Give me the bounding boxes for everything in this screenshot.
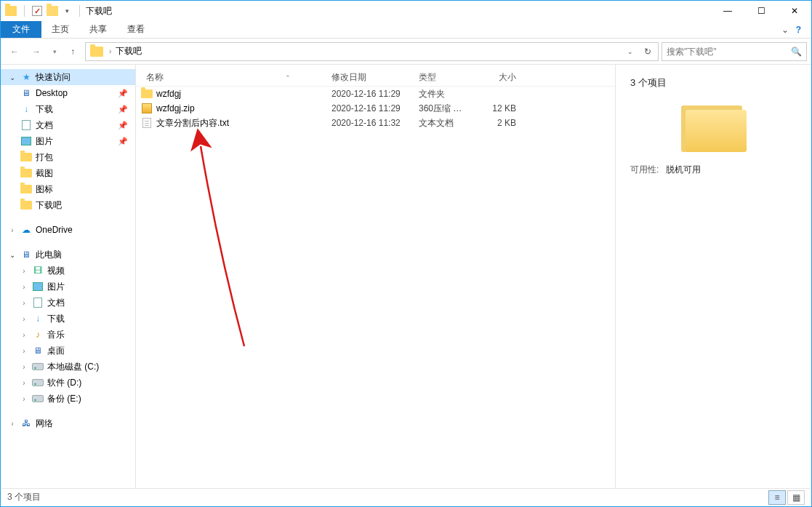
help-button[interactable]: ? [796,21,811,38]
expand-icon[interactable]: › [20,299,28,307]
expand-icon[interactable]: ⌄ [8,73,17,81]
ribbon-expand-button[interactable]: ⌄ [774,21,796,38]
tab-share[interactable]: 共享 [79,21,117,38]
folder-icon [20,183,33,195]
address-dropdown-button[interactable]: ⌄ [622,43,639,60]
expand-icon[interactable]: › [20,267,28,275]
minimize-button[interactable]: — [711,1,744,21]
expand-icon[interactable]: › [20,315,28,323]
drive-icon [31,361,44,372]
nav-pc-item[interactable]: ›文档 [1,295,135,311]
up-button[interactable]: ↑ [63,42,82,61]
column-name[interactable]: 名称⌃ [140,71,326,84]
breadcrumb[interactable]: 下载吧 [114,45,143,57]
picture-icon [20,135,33,147]
nav-label: 音乐 [47,329,65,341]
nav-pc-item[interactable]: ›本地磁盘 (C:) [1,359,135,375]
availability-label: 可用性: [630,164,659,175]
status-text: 3 个项目 [7,491,41,503]
picture-icon [31,281,44,292]
search-input[interactable] [667,47,791,57]
nav-quick-access[interactable]: ⌄ ★ 快速访问 [1,69,135,85]
nav-this-pc[interactable]: ⌄ 🖥 此电脑 [1,247,135,263]
nav-quick-item[interactable]: ↓下载📌 [1,101,135,117]
nav-pc-item[interactable]: ›备份 (E:) [1,391,135,407]
nav-pc-item[interactable]: ›图片 [1,279,135,295]
help-icon: ? [796,25,801,35]
nav-label: 文档 [47,297,65,309]
breadcrumb-separator-icon[interactable]: › [106,47,114,55]
file-row[interactable]: 文章分割后内容.txt 2020-12-16 11:32 文本文档 2 KB [136,116,615,130]
column-size[interactable]: 大小 [471,71,522,84]
nav-pc-item[interactable]: ›软件 (D:) [1,375,135,391]
expand-icon[interactable]: ⌄ [8,251,17,259]
nav-network[interactable]: › 🖧 网络 [1,415,135,431]
nav-quick-item[interactable]: 🖥Desktop📌 [1,85,135,101]
nav-pc-item[interactable]: ›🖥桌面 [1,343,135,359]
arrow-right-icon: → [32,47,41,57]
nav-label: 视频 [47,265,65,277]
nav-quick-item[interactable]: 打包 [1,149,135,165]
zip-icon [140,103,153,113]
nav-quick-item[interactable]: 图标 [1,181,135,197]
details-view-icon: ≡ [774,492,779,503]
back-button[interactable]: ← [5,42,24,61]
expand-icon[interactable]: › [8,226,17,234]
close-button[interactable]: ✕ [778,1,811,21]
download-icon: ↓ [31,313,44,324]
file-row[interactable]: wzfdgj 2020-12-16 11:29 文件夹 [136,87,615,101]
expand-icon[interactable]: › [20,379,28,387]
nav-quick-item[interactable]: 下载吧 [1,197,135,213]
new-folder-qat-icon[interactable] [47,6,58,16]
nav-label: 备份 (E:) [47,393,81,405]
expand-icon[interactable]: › [8,420,17,428]
column-type[interactable]: 类型 [413,71,471,84]
arrow-left-icon: ← [10,47,19,57]
expand-icon[interactable]: › [20,347,28,355]
folder-icon [20,199,33,211]
network-icon: 🖧 [20,418,33,429]
drive-icon [31,393,44,404]
expand-icon[interactable]: › [20,331,28,339]
nav-quick-item[interactable]: 文档📌 [1,117,135,133]
address-row: ← → ▾ ↑ › 下载吧 ⌄ ↻ 🔍 [1,39,811,65]
file-tab[interactable]: 文件 [1,21,41,38]
address-bar[interactable]: › 下载吧 ⌄ ↻ [85,42,659,61]
navigation-pane: ⌄ ★ 快速访问 🖥Desktop📌 ↓下载📌 文档📌 图片📌 打包 截图 图标… [1,65,136,489]
nav-label: 下载 [47,313,65,325]
nav-pc-item[interactable]: ›↓下载 [1,311,135,327]
expand-icon[interactable]: › [20,283,28,291]
arrow-up-icon: ↑ [71,47,75,57]
file-row[interactable]: wzfdgj.zip 2020-12-16 11:29 360压缩 Z... 1… [136,101,615,116]
file-list[interactable]: 名称⌃ 修改日期 类型 大小 wzfdgj 2020-12-16 11:29 文… [136,65,615,489]
search-icon[interactable]: 🔍 [791,47,802,57]
recent-locations-button[interactable]: ▾ [49,42,60,61]
icons-view-button[interactable]: ▦ [787,490,805,505]
pc-icon: 🖥 [20,249,33,260]
refresh-button[interactable]: ↻ [639,43,656,60]
folder-icon[interactable] [5,6,17,16]
nav-quick-item[interactable]: 图片📌 [1,133,135,149]
tab-home[interactable]: 主页 [41,21,79,38]
qat-customize-chevron-icon[interactable]: ▾ [63,7,72,15]
nav-quick-item[interactable]: 截图 [1,165,135,181]
forward-button[interactable]: → [27,42,46,61]
tab-view[interactable]: 查看 [117,21,155,38]
pin-icon: 📌 [118,105,128,114]
details-view-button[interactable]: ≡ [768,490,786,505]
window-title: 下载吧 [86,5,112,17]
nav-label: 下载 [36,103,53,116]
minimize-icon: — [723,6,732,16]
column-date[interactable]: 修改日期 [326,71,413,84]
folder-icon [20,167,33,179]
expand-icon[interactable]: › [20,395,28,403]
maximize-button[interactable]: ☐ [744,1,778,21]
nav-onedrive[interactable]: › ☁ OneDrive [1,222,135,238]
search-box[interactable]: 🔍 [662,42,807,61]
expand-icon[interactable]: › [20,363,28,371]
nav-pc-item[interactable]: ›♪音乐 [1,327,135,343]
properties-qat-icon[interactable]: ✓ [32,6,42,16]
nav-pc-item[interactable]: ›🎞视频 [1,263,135,279]
close-icon: ✕ [791,6,798,16]
file-name: wzfdgj [156,89,326,99]
